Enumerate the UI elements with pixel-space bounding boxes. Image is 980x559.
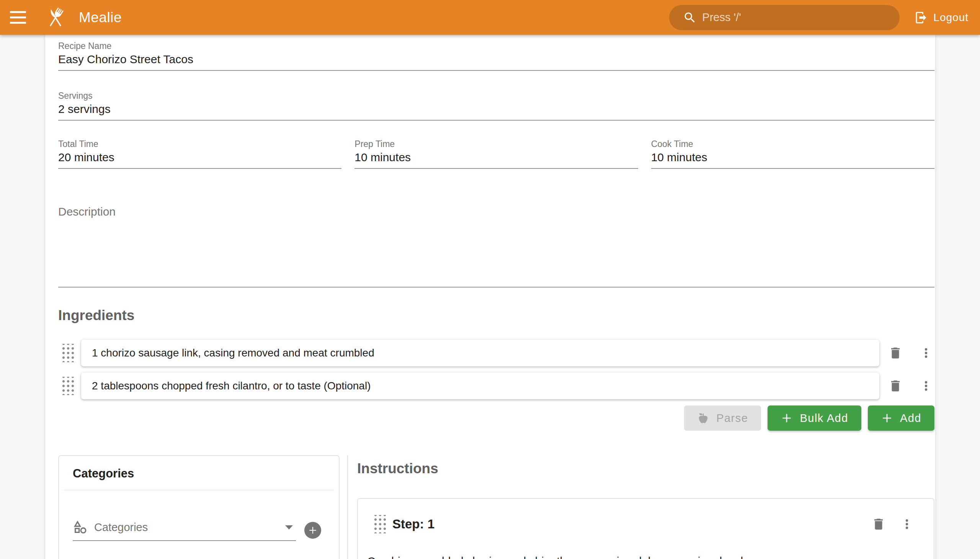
plus-icon bbox=[881, 412, 893, 424]
instructions-heading: Instructions bbox=[357, 460, 934, 478]
kebab-menu-icon bbox=[919, 346, 933, 360]
cook-time-label: Cook Time bbox=[651, 138, 934, 150]
prep-time-input[interactable] bbox=[354, 150, 638, 165]
description-textarea[interactable] bbox=[58, 219, 936, 285]
recipe-name-field: Recipe Name bbox=[58, 38, 934, 71]
ingredient-input[interactable] bbox=[91, 347, 869, 359]
step-menu-button[interactable] bbox=[899, 516, 915, 533]
plus-icon bbox=[780, 412, 793, 424]
delete-ingredient-button[interactable] bbox=[887, 345, 904, 361]
description-label: Description bbox=[58, 204, 934, 219]
step-text[interactable]: Combine crumbled chorizo and chipotle pe… bbox=[367, 553, 915, 559]
ingredient-list bbox=[58, 340, 934, 399]
delete-step-button[interactable] bbox=[870, 516, 887, 533]
drag-handle-icon[interactable] bbox=[61, 377, 75, 395]
plus-icon bbox=[308, 525, 318, 535]
ingredient-card bbox=[81, 340, 879, 366]
servings-label: Servings bbox=[58, 90, 934, 101]
total-time-input[interactable] bbox=[58, 150, 342, 165]
organizer-column: Categories Categories bbox=[58, 455, 340, 559]
recipe-name-label: Recipe Name bbox=[58, 40, 934, 52]
logout-label: Logout bbox=[933, 12, 968, 24]
kebab-menu-icon bbox=[919, 379, 933, 393]
recipe-name-input[interactable] bbox=[58, 52, 934, 67]
categories-card: Categories Categories bbox=[58, 455, 340, 559]
total-time-label: Total Time bbox=[58, 138, 342, 150]
description-field: Description bbox=[58, 204, 934, 288]
delete-ingredient-button[interactable] bbox=[887, 377, 904, 394]
ingredients-heading: Ingredients bbox=[58, 307, 934, 324]
categories-card-title: Categories bbox=[73, 467, 339, 481]
parse-button[interactable]: Parse bbox=[684, 405, 761, 431]
search-icon bbox=[683, 11, 697, 25]
categories-select-row: Categories bbox=[73, 519, 321, 541]
shapes-icon bbox=[73, 519, 88, 535]
trash-icon bbox=[888, 379, 903, 393]
step-title: Step: 1 bbox=[392, 517, 435, 531]
ingredient-card bbox=[81, 372, 879, 399]
search-input[interactable] bbox=[701, 11, 892, 24]
apple-icon bbox=[697, 412, 709, 424]
bulk-add-label: Bulk Add bbox=[800, 412, 848, 425]
add-category-button[interactable] bbox=[304, 522, 321, 539]
kebab-menu-icon bbox=[900, 517, 914, 531]
categories-select-label: Categories bbox=[94, 521, 148, 534]
cook-time-field: Cook Time bbox=[651, 138, 934, 169]
total-time-field: Total Time bbox=[58, 138, 342, 169]
prep-time-field: Prep Time bbox=[354, 138, 638, 169]
parse-label: Parse bbox=[716, 412, 748, 425]
app-title: Mealie bbox=[79, 10, 122, 26]
trash-icon bbox=[871, 517, 886, 531]
ingredient-actions: Parse Bulk Add Add bbox=[58, 405, 934, 431]
instructions-column: Instructions Step: 1 Combine crumbled ch… bbox=[348, 455, 934, 559]
trash-icon bbox=[888, 346, 903, 360]
step-card: Step: 1 Combine crumbled chorizo and chi… bbox=[357, 498, 934, 559]
time-fields-row: Total Time Prep Time Cook Time bbox=[58, 138, 934, 169]
mealie-logo-icon bbox=[44, 6, 68, 30]
ingredient-row bbox=[58, 372, 934, 399]
servings-input[interactable] bbox=[58, 101, 934, 117]
logout-button[interactable]: Logout bbox=[914, 11, 968, 25]
recipe-editor-card: Recipe Name Servings Total Time Prep Tim… bbox=[45, 35, 935, 559]
search-box[interactable] bbox=[669, 5, 900, 30]
hamburger-menu-icon[interactable] bbox=[10, 11, 26, 24]
drag-handle-icon[interactable] bbox=[61, 344, 75, 362]
chevron-down-icon bbox=[285, 525, 293, 529]
add-label: Add bbox=[900, 412, 921, 425]
servings-field: Servings bbox=[58, 90, 934, 121]
app-bar: Mealie Logout bbox=[0, 0, 980, 35]
ingredient-menu-button[interactable] bbox=[917, 345, 934, 361]
divider bbox=[64, 490, 334, 490]
drag-handle-icon[interactable] bbox=[373, 515, 387, 533]
logout-icon bbox=[914, 11, 928, 25]
bulk-add-button[interactable]: Bulk Add bbox=[768, 405, 861, 431]
ingredient-row bbox=[58, 340, 934, 366]
ingredient-input[interactable] bbox=[91, 379, 869, 392]
add-button[interactable]: Add bbox=[868, 405, 934, 431]
ingredient-menu-button[interactable] bbox=[917, 377, 934, 394]
step-header: Step: 1 bbox=[367, 515, 915, 533]
categories-select[interactable]: Categories bbox=[73, 519, 296, 541]
lower-columns: Categories Categories bbox=[58, 455, 934, 559]
prep-time-label: Prep Time bbox=[354, 138, 638, 150]
cook-time-input[interactable] bbox=[651, 150, 934, 165]
